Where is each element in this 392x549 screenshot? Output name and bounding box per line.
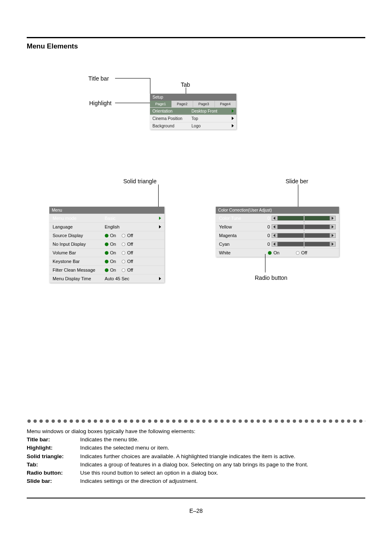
- radio-on[interactable]: On: [105, 250, 116, 255]
- menu-row-keystone-bar[interactable]: Keystone Bar On Off: [49, 257, 164, 265]
- menu-row-label: Source Display: [53, 233, 105, 238]
- tab-page2[interactable]: Page2: [172, 101, 194, 107]
- slider-left-icon[interactable]: [272, 242, 277, 247]
- radio-on[interactable]: On: [268, 250, 279, 255]
- color-correction-box: Color Correction(User Adjust) Color Tune…: [216, 207, 339, 257]
- setup-row-value: Logo: [191, 124, 224, 128]
- setup-row-background[interactable]: Background Logo: [150, 122, 236, 129]
- page-number: E–28: [27, 507, 365, 514]
- radio-off[interactable]: Off: [122, 250, 133, 255]
- slider-left-icon[interactable]: [272, 216, 277, 221]
- cc-row-label: Magenta: [219, 233, 260, 238]
- menu-row-onoff: On Off: [105, 259, 152, 264]
- cc-row-value: 0: [260, 233, 271, 238]
- slider-right-icon[interactable]: [330, 242, 336, 247]
- radio-on[interactable]: On: [105, 268, 116, 272]
- setup-row-label: Cinema Position: [152, 116, 191, 121]
- descriptions: Menu windows or dialog boxes typically h…: [27, 428, 365, 485]
- radio-off[interactable]: Off: [122, 233, 133, 238]
- radio-on[interactable]: On: [105, 242, 116, 247]
- radio-on[interactable]: On: [105, 233, 116, 238]
- bottom-rule: [27, 498, 365, 498]
- cc-row-magenta[interactable]: Magenta 0: [216, 231, 339, 240]
- menu-row-onoff: On Off: [105, 233, 152, 238]
- menu-row-label: Language: [53, 224, 105, 229]
- menu-row-value: Basic: [105, 216, 152, 221]
- slider-left-icon[interactable]: [272, 233, 277, 238]
- setup-tabs: Page1 Page2 Page3 Page4: [150, 101, 236, 107]
- cc-titlebar: Color Correction(User Adjust): [216, 207, 339, 214]
- slider[interactable]: [272, 233, 336, 238]
- slider-right-icon[interactable]: [330, 233, 336, 238]
- menu-row-onoff: On Off: [105, 250, 152, 255]
- cc-row-value: 0: [260, 242, 271, 247]
- menu-row-label: Menu Display Time: [53, 276, 105, 281]
- slider[interactable]: [272, 216, 336, 221]
- desc-term: Slide bar:: [27, 477, 80, 485]
- desc-term: Title bar:: [27, 436, 80, 443]
- slider-right-icon[interactable]: [330, 224, 336, 229]
- menu-row-volume-bar[interactable]: Volume Bar On Off: [49, 248, 164, 257]
- cc-row-label: Color Tune: [219, 216, 260, 221]
- tab-page4[interactable]: Page4: [215, 101, 237, 107]
- cc-row-yellow[interactable]: Yellow 0: [216, 222, 339, 231]
- menu-diagrams: Solid triangle Slide ber Menu Menu mode …: [27, 178, 365, 326]
- slider-right-icon[interactable]: [330, 216, 336, 221]
- menu-row-filter-clean-message[interactable]: Filter Clean Message On Off: [49, 265, 164, 274]
- radio-off[interactable]: Off: [122, 242, 133, 247]
- cc-row-cyan[interactable]: Cyan 0: [216, 240, 339, 248]
- menu-titlebar: Menu: [49, 207, 164, 214]
- label-slide-bar: Slide ber: [286, 178, 308, 185]
- menu-row-value: Auto 45 Sec: [105, 276, 152, 281]
- radio-off[interactable]: Off: [122, 259, 133, 264]
- cc-row-value: 0: [260, 224, 271, 229]
- cc-row-label: White: [219, 250, 260, 255]
- setup-titlebar: Setup: [150, 94, 236, 101]
- label-solid-triangle: Solid triangle: [123, 178, 157, 185]
- menu-row-onoff: On Off: [105, 268, 152, 272]
- slider-left-icon[interactable]: [272, 224, 277, 229]
- menu-row-label: Filter Clean Message: [53, 268, 105, 272]
- radio-off[interactable]: Off: [122, 268, 133, 272]
- desc-def: Use this round button to select an optio…: [80, 469, 365, 477]
- menu-row-label: Volume Bar: [53, 250, 105, 255]
- menu-row-value: English: [105, 224, 152, 229]
- label-title-bar: Title bar: [88, 75, 109, 82]
- triangle-icon: [152, 276, 161, 281]
- menu-row-label: No Input Display: [53, 242, 105, 247]
- desc-def: Indicates the selected menu or item.: [80, 444, 365, 452]
- setup-diagram: Title bar Highlight Tab Setup Page1 Page…: [27, 75, 365, 145]
- menu-row-label: Keystone Bar: [53, 259, 105, 264]
- cc-row-white[interactable]: White On Off: [216, 248, 339, 257]
- desc-def: Indicates a group of features in a dialo…: [80, 461, 365, 468]
- dots-separator: ●●●●●●●●●●●●●●●●●●●●●●●●●●●●●●●●●●●●●●●●…: [27, 416, 365, 425]
- slider[interactable]: [272, 224, 336, 229]
- label-radio-button: Radio button: [255, 274, 287, 281]
- tab-page1[interactable]: Page1: [150, 101, 172, 107]
- menu-row-language[interactable]: Language English: [49, 222, 164, 231]
- triangle-icon: [224, 116, 234, 121]
- triangle-icon: [224, 109, 234, 113]
- desc-def: Indicates the menu title.: [80, 436, 365, 443]
- setup-row-label: Background: [152, 124, 191, 128]
- triangle-icon: [224, 124, 234, 128]
- slider[interactable]: [272, 242, 336, 247]
- menu-row-menu-display-time[interactable]: Menu Display Time Auto 45 Sec: [49, 274, 164, 283]
- desc-term: Solid triangle:: [27, 453, 80, 460]
- menu-row-menu-mode[interactable]: Menu mode Basic: [49, 214, 164, 222]
- setup-row-orientation[interactable]: Orientation Desktop Front: [150, 107, 236, 115]
- menu-box: Menu Menu mode Basic Language English So…: [49, 207, 164, 283]
- menu-row-onoff: On Off: [105, 242, 152, 247]
- cc-row-color-tune[interactable]: Color Tune 0: [216, 214, 339, 222]
- label-tab: Tab: [181, 81, 190, 88]
- tab-page3[interactable]: Page3: [193, 101, 215, 107]
- label-highlight: Highlight: [89, 100, 111, 106]
- radio-off[interactable]: Off: [296, 250, 307, 255]
- setup-row-cinema-position[interactable]: Cinema Position Top: [150, 115, 236, 122]
- setup-row-value: Desktop Front: [191, 109, 224, 113]
- menu-row-no-input-display[interactable]: No Input Display On Off: [49, 240, 164, 248]
- desc-term: Highlight:: [27, 444, 80, 452]
- radio-on[interactable]: On: [105, 259, 116, 264]
- menu-row-source-display[interactable]: Source Display On Off: [49, 231, 164, 240]
- setup-row-value: Top: [191, 116, 224, 121]
